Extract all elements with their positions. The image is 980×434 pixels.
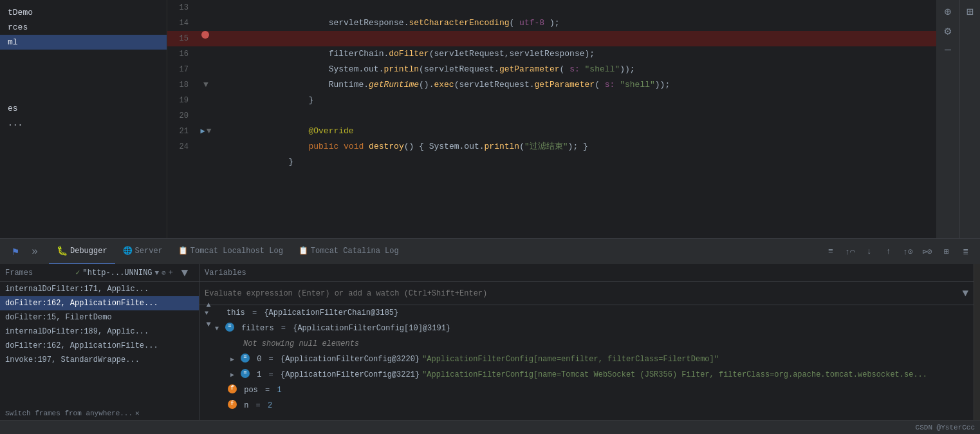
item1-icon: ≡	[241, 369, 250, 378]
frame-item[interactable]: doFilter:162, ApplicationFilte...	[0, 339, 199, 353]
code-line-13: 13 servletResponse.setCharacterEncoding(…	[167, 0, 936, 15]
layout-icon[interactable]: ⊞	[961, 3, 979, 21]
sidebar-item-ml[interactable]: ml	[0, 35, 167, 50]
tab-server[interactable]: 🌐 Server	[115, 239, 171, 265]
code-line-18: 18 ▼ }	[167, 77, 936, 93]
bottom-label: CSDN @YsterCcc	[916, 424, 975, 431]
code-line-15: 15 filterChain.doFilter(servletRequest,s…	[167, 31, 936, 46]
frames-panel-header: Frames ✓ "http-...UNNING ▼ ⊘ + ▼	[0, 264, 199, 282]
add-frame-btn[interactable]: +	[169, 269, 173, 278]
breakpoint-dot	[201, 31, 209, 39]
variables-panel: Variables ▼ ▼ this = {ApplicationFilterC…	[199, 264, 974, 420]
var-row-0: ▶ ≡ 0 = {ApplicationFilterConfig@3220} "…	[199, 352, 974, 367]
debug-tabs: 🐛 Debugger 🌐 Server 📋 Tomcat Localhost L…	[49, 239, 819, 265]
server-icon: 🌐	[123, 246, 133, 256]
step-over-btn[interactable]: ↑⌒	[841, 243, 859, 261]
filter-icon[interactable]: ▼	[155, 269, 160, 277]
thread-header: ✓ "http-...UNNING ▼ ⊘	[75, 268, 166, 278]
variables-panel-header: Variables	[199, 264, 974, 282]
current-line-arrow: ▶	[200, 124, 205, 139]
evaluate-btn[interactable]: ⊳⊘	[918, 243, 936, 261]
code-line-20: 20 @Override	[167, 108, 936, 124]
n-icon: f	[228, 400, 237, 409]
right-scrollbar[interactable]	[974, 264, 980, 420]
code-line-14: 14 servletResponse.setContentType("text/…	[167, 15, 936, 31]
code-line-19: 19	[167, 93, 936, 108]
frame-item[interactable]: doFilter:15, FilertDemo	[0, 310, 199, 325]
globe-icon[interactable]: ⊕	[939, 3, 957, 21]
code-line-24: 24 }	[167, 139, 936, 155]
settings-icon[interactable]: ⚙	[939, 22, 957, 40]
fold-marker-21[interactable]: ▼	[207, 124, 212, 139]
eval-expand-btn[interactable]: ▼	[962, 288, 968, 299]
scroll-frames-down[interactable]: ▼	[176, 264, 194, 282]
table-view-btn[interactable]: ⊞	[938, 243, 956, 261]
frames-scroll-up[interactable]: ▲	[199, 296, 217, 314]
var-row-pos: f pos = 1	[199, 382, 974, 398]
frames-scroll-down[interactable]: ▼	[199, 316, 217, 334]
close-hint-btn[interactable]: ✕	[135, 409, 140, 417]
frames-list: internalDoFilter:171, Applic... doFilter…	[0, 282, 199, 406]
resume-btn[interactable]: ≡	[822, 243, 840, 261]
frame-item[interactable]: invoke:197, StandardWrappe...	[0, 353, 199, 367]
minimize-icon[interactable]: —	[939, 41, 957, 59]
code-editor: 13 servletResponse.setCharacterEncoding(…	[167, 0, 936, 238]
step-out-btn[interactable]: ↑	[880, 243, 898, 261]
item0-icon: ≡	[241, 354, 250, 363]
thread-filter[interactable]: ⊘	[162, 269, 166, 277]
debugger-icon: 🐛	[57, 245, 68, 256]
frames-panel: Frames ✓ "http-...UNNING ▼ ⊘ + ▼ interna…	[0, 264, 199, 420]
var-row-null-note: Not showing null elements	[199, 336, 974, 352]
frame-item[interactable]: internalDoFilter:171, Applic...	[0, 282, 199, 296]
tab-tomcat-localhost[interactable]: 📋 Tomcat Localhost Log	[171, 239, 291, 265]
var-row-this: ▼ this = {ApplicationFilterChain@3185}	[199, 305, 974, 321]
run-to-cursor-btn[interactable]: ↑⊙	[899, 243, 917, 261]
toolbar-actions: ≡ ↑⌒ ↓ ↑ ↑⊙ ⊳⊘ ⊞ ≣	[822, 243, 975, 261]
code-line-21: 21 ▶ ▼ public void destroy() { System.ou…	[167, 124, 936, 139]
var-row-1: ▶ ≡ 1 = {ApplicationFilterConfig@3221} "…	[199, 367, 974, 382]
sidebar-item-more[interactable]: ...	[0, 116, 167, 131]
step-into-btn[interactable]: ↓	[860, 243, 878, 261]
code-line-16: 16 System.out.println(servletRequest.get…	[167, 46, 936, 62]
list-view-btn[interactable]: ≣	[957, 243, 975, 261]
right-edge-panel: ⊞	[959, 0, 980, 238]
sidebar-item-rces[interactable]: rces	[0, 20, 167, 35]
vars-content: ▼ this = {ApplicationFilterChain@3185} ▼…	[199, 305, 974, 420]
item0-expand[interactable]: ▶	[230, 355, 238, 364]
pos-icon: f	[228, 384, 237, 393]
sidebar-item-tDemo[interactable]: tDemo	[0, 5, 167, 20]
tab-tomcat-catalina[interactable]: 📋 Tomcat Catalina Log	[291, 239, 407, 265]
frame-item-selected[interactable]: doFilter:162, ApplicationFilte...	[0, 296, 199, 310]
more-tabs-btn[interactable]: »	[28, 246, 41, 258]
tomcat-catalina-icon: 📋	[299, 246, 308, 256]
var-row-filters: ▼ ≡ filters = {ApplicationFilterConfig[1…	[199, 321, 974, 336]
filters-icon: ≡	[225, 323, 234, 332]
debug-panels: Frames ✓ "http-...UNNING ▼ ⊘ + ▼ interna…	[0, 264, 980, 420]
frame-item[interactable]: internalDoFilter:189, Applic...	[0, 325, 199, 339]
variables-title: Variables	[205, 269, 246, 278]
eval-bar: ▼	[199, 282, 974, 305]
tomcat-localhost-icon: 📋	[178, 246, 188, 256]
tool-icon[interactable]: ⚑	[5, 241, 26, 262]
eval-input[interactable]	[205, 289, 957, 298]
fold-marker-18[interactable]: ▼	[203, 77, 208, 93]
tab-debugger[interactable]: 🐛 Debugger	[49, 239, 115, 265]
right-panel-icons: ⊕ ⚙ —	[936, 0, 959, 238]
frames-title: Frames	[5, 269, 33, 278]
var-row-n: f n = 2	[199, 398, 974, 413]
switch-frames-hint: Switch frames from anywhere... ✕	[0, 406, 199, 420]
debug-toolbar: ⚑ » 🐛 Debugger 🌐 Server 📋 Tomcat Localho…	[0, 238, 980, 264]
sidebar-item-es[interactable]: es	[0, 101, 167, 116]
code-line-17: 17 Runtime.getRuntime().exec(servletRequ…	[167, 62, 936, 77]
bottom-bar: CSDN @YsterCcc	[0, 420, 980, 434]
item1-expand[interactable]: ▶	[230, 370, 238, 380]
